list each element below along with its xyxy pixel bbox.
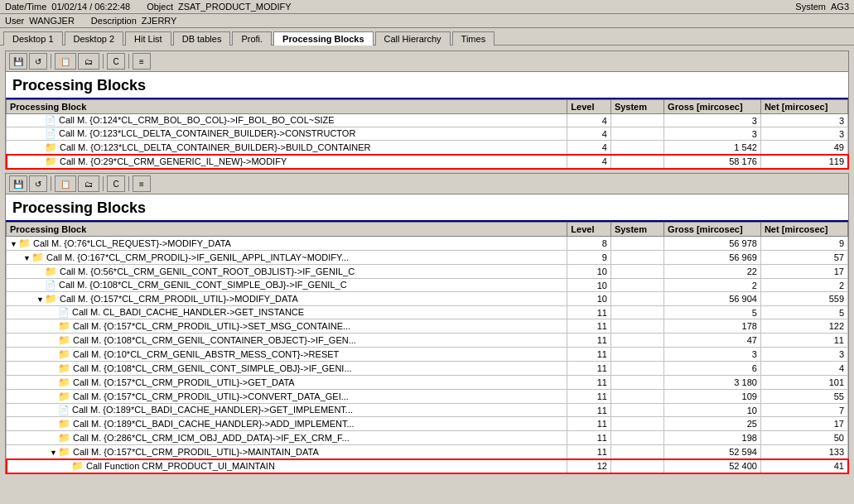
cell-gross: 56 969 <box>664 251 761 265</box>
btn-fb1[interactable]: 🗂 <box>78 53 99 70</box>
cell-gross: 198 <box>664 431 761 445</box>
tab-profi.[interactable]: Profi. <box>232 31 272 46</box>
btn-h2[interactable]: 💾 <box>9 175 27 192</box>
cell-block: 📄 Call M. CL_BADI_CACHE_HANDLER->GET_INS… <box>7 306 567 319</box>
cell-block: 📁 Call Function CRM_PRODUCT_UI_MAINTAIN <box>7 459 567 473</box>
tab-desktop-1[interactable]: Desktop 1 <box>3 31 63 46</box>
btn-s1[interactable]: ↺ <box>29 53 47 70</box>
btn-pb2[interactable]: 📋 <box>55 175 76 192</box>
cell-level: 10 <box>567 279 611 292</box>
cell-net: 122 <box>760 319 847 334</box>
cell-level: 8 <box>567 237 611 251</box>
cell-net: 49 <box>760 141 847 155</box>
cell-level: 11 <box>567 319 611 334</box>
cell-net: 17 <box>760 265 847 279</box>
cell-net: 101 <box>760 376 847 390</box>
table-row[interactable]: 📄 Call M. {O:124*CL_CRM_BOL_BO_COL}->IF_… <box>7 114 848 127</box>
table-row[interactable]: 📁 Call M. {O:157*CL_CRM_PRODIL_UTIL}->GE… <box>7 376 848 390</box>
cell-gross: 3 <box>664 348 761 362</box>
table-row[interactable]: 📁 Call M. {O:108*CL_CRM_GENIL_CONTAINER_… <box>7 334 848 348</box>
cell-level: 9 <box>567 251 611 265</box>
btn-h1[interactable]: 💾 <box>9 53 27 70</box>
cell-net: 4 <box>760 362 847 376</box>
table-row[interactable]: 📁 Call M. {O:189*CL_BADI_CACHE_HANDLER}-… <box>7 417 848 431</box>
cell-system <box>610 306 663 319</box>
col-system1: System <box>610 100 663 114</box>
system-label: System <box>795 2 826 12</box>
cell-net: 57 <box>760 251 847 265</box>
datetime-value: 01/02/14 / 06:22:48 <box>51 2 130 12</box>
cell-system <box>610 376 663 390</box>
cell-system <box>610 404 663 417</box>
panel2: 💾 ↺ 📋 🗂 C ≡ Processing Blocks Processing… <box>5 173 849 474</box>
cell-system <box>610 417 663 431</box>
cell-gross: 178 <box>664 319 761 334</box>
cell-system <box>610 459 663 473</box>
panel1-toolbar: 💾 ↺ 📋 🗂 C ≡ <box>6 51 848 72</box>
table-row[interactable]: 📁 Call M. {O:286*CL_CRM_ICM_OBJ_ADD_DATA… <box>7 431 848 445</box>
btn-s2[interactable]: ↺ <box>29 175 47 192</box>
table-row[interactable]: 📄 Call M. {O:108*CL_CRM_GENIL_CONT_SIMPL… <box>7 279 848 292</box>
cell-level: 11 <box>567 390 611 404</box>
cell-level: 11 <box>567 417 611 431</box>
col-level1: Level <box>567 100 611 114</box>
cell-net: 559 <box>760 292 847 306</box>
btn-fb2[interactable]: 🗂 <box>78 175 99 192</box>
col-gross1: Gross [mircosec] <box>664 100 761 114</box>
table-row[interactable]: 📁 Call M. {O:157*CL_CRM_PRODIL_UTIL}->SE… <box>7 319 848 334</box>
tab-db-tables[interactable]: DB tables <box>173 31 231 46</box>
cell-gross: 109 <box>664 390 761 404</box>
col-block1: Processing Block <box>7 100 567 114</box>
btn-e1[interactable]: ≡ <box>133 53 151 70</box>
cell-block: 📁 Call M. {O:108*CL_CRM_GENIL_CONTAINER_… <box>7 334 567 348</box>
table-row[interactable]: 📁 Call M. {O:56*CL_CRM_GENIL_CONT_ROOT_O… <box>7 265 848 279</box>
cell-level: 11 <box>567 376 611 390</box>
table-row[interactable]: 📁 Call Function CRM_PRODUCT_UI_MAINTAIN1… <box>7 459 848 473</box>
tab-desktop-2[interactable]: Desktop 2 <box>65 31 124 46</box>
table-row[interactable]: ▼📁 Call M. {O:157*CL_CRM_PRODIL_UTIL}->M… <box>7 292 848 306</box>
panel1-title: Processing Blocks <box>6 72 848 99</box>
table-row[interactable]: ▼📁 Call M. {O:167*CL_CRM_PRODIL}->IF_GEN… <box>7 251 848 265</box>
cell-block: 📁 Call M. {O:157*CL_CRM_PRODIL_UTIL}->SE… <box>7 319 567 334</box>
cell-gross: 52 400 <box>664 459 761 473</box>
cell-gross: 2 <box>664 279 761 292</box>
btn-c1[interactable]: C <box>107 53 125 70</box>
tab-processing-blocks[interactable]: Processing Blocks <box>273 31 373 46</box>
cell-net: 11 <box>760 334 847 348</box>
description-value: ZJERRY <box>142 16 177 26</box>
table-row[interactable]: ▼📁 Call M. {O:76*LCL_REQUEST}->MODIFY_DA… <box>7 237 848 251</box>
tab-call-hierarchy[interactable]: Call Hierarchy <box>375 31 451 46</box>
table-row[interactable]: 📁 Call M. {O:157*CL_CRM_PRODIL_UTIL}->CO… <box>7 390 848 404</box>
cell-gross: 3 <box>664 114 761 127</box>
cell-net: 2 <box>760 279 847 292</box>
panel1: 💾 ↺ 📋 🗂 C ≡ Processing Blocks Processing… <box>5 50 849 170</box>
datetime-label: Date/Time <box>5 2 46 12</box>
table-row[interactable]: 📄 Call M. {O:123*LCL_DELTA_CONTAINER_BUI… <box>7 127 848 141</box>
table-row[interactable]: ▼📁 Call M. {O:157*CL_CRM_PRODIL_UTIL}->M… <box>7 445 848 459</box>
table-row[interactable]: 📁 Call M. {O:108*CL_CRM_GENIL_CONT_SIMPL… <box>7 362 848 376</box>
cell-level: 11 <box>567 334 611 348</box>
cell-net: 41 <box>760 459 847 473</box>
cell-level: 11 <box>567 362 611 376</box>
table-row[interactable]: 📄 Call M. CL_BADI_CACHE_HANDLER->GET_INS… <box>7 306 848 319</box>
btn-e2[interactable]: ≡ <box>133 175 151 192</box>
tab-times[interactable]: Times <box>452 31 495 46</box>
table-row[interactable]: 📄 Call M. {O:189*CL_BADI_CACHE_HANDLER}-… <box>7 404 848 417</box>
cell-block: 📁 Call M. {O:108*CL_CRM_GENIL_CONT_SIMPL… <box>7 362 567 376</box>
cell-gross: 56 904 <box>664 292 761 306</box>
cell-system <box>610 348 663 362</box>
table-row[interactable]: 📁 Call M. {O:29*CL_CRM_GENERIC_IL_NEW}->… <box>7 155 848 169</box>
cell-system <box>610 155 663 169</box>
col-system2: System <box>610 223 663 237</box>
cell-net: 17 <box>760 417 847 431</box>
btn-c2[interactable]: C <box>107 175 125 192</box>
tab-hit-list[interactable]: Hit List <box>125 31 171 46</box>
cell-system <box>610 319 663 334</box>
panel2-toolbar: 💾 ↺ 📋 🗂 C ≡ <box>6 174 848 194</box>
cell-block: 📄 Call M. {O:189*CL_BADI_CACHE_HANDLER}-… <box>7 404 567 417</box>
table-row[interactable]: 📁 Call M. {O:123*LCL_DELTA_CONTAINER_BUI… <box>7 141 848 155</box>
cell-level: 10 <box>567 265 611 279</box>
table-row[interactable]: 📁 Call M. {O:10*CL_CRM_GENIL_ABSTR_MESS_… <box>7 348 848 362</box>
cell-system <box>610 334 663 348</box>
btn-pb1[interactable]: 📋 <box>55 53 76 70</box>
